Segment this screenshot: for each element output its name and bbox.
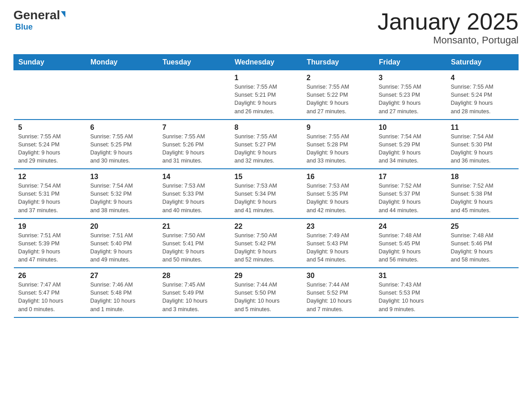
table-row: [14, 70, 86, 120]
day-number: 31: [379, 272, 442, 280]
day-number: 23: [307, 223, 370, 231]
day-info: Sunrise: 7:53 AM Sunset: 5:35 PM Dayligh…: [307, 182, 370, 214]
day-number: 19: [18, 223, 82, 231]
calendar-week-row: 19Sunrise: 7:51 AM Sunset: 5:39 PM Dayli…: [14, 218, 519, 268]
table-row: 12Sunrise: 7:54 AM Sunset: 5:31 PM Dayli…: [14, 169, 86, 218]
table-row: 31Sunrise: 7:43 AM Sunset: 5:53 PM Dayli…: [374, 268, 446, 317]
day-info: Sunrise: 7:46 AM Sunset: 5:48 PM Dayligh…: [90, 281, 154, 313]
day-info: Sunrise: 7:53 AM Sunset: 5:33 PM Dayligh…: [163, 182, 226, 214]
page-header: General Blue January 2025 Monsanto, Port…: [13, 9, 519, 46]
calendar-table: Sunday Monday Tuesday Wednesday Thursday…: [13, 54, 519, 318]
table-row: 18Sunrise: 7:52 AM Sunset: 5:38 PM Dayli…: [446, 169, 519, 218]
table-row: 25Sunrise: 7:48 AM Sunset: 5:46 PM Dayli…: [446, 218, 519, 268]
day-number: 7: [163, 124, 226, 132]
day-info: Sunrise: 7:50 AM Sunset: 5:42 PM Dayligh…: [235, 231, 298, 264]
day-info: Sunrise: 7:52 AM Sunset: 5:38 PM Dayligh…: [451, 182, 514, 214]
table-row: 5Sunrise: 7:55 AM Sunset: 5:24 PM Daylig…: [14, 120, 86, 169]
calendar-header-row: Sunday Monday Tuesday Wednesday Thursday…: [14, 55, 519, 70]
day-number: 22: [235, 223, 298, 231]
day-number: 1: [235, 74, 298, 82]
table-row: 23Sunrise: 7:49 AM Sunset: 5:43 PM Dayli…: [302, 218, 374, 268]
table-row: 17Sunrise: 7:52 AM Sunset: 5:37 PM Dayli…: [374, 169, 446, 218]
day-number: 2: [307, 74, 370, 82]
day-number: 18: [451, 173, 514, 181]
table-row: 10Sunrise: 7:54 AM Sunset: 5:29 PM Dayli…: [374, 120, 446, 169]
logo-name: General: [13, 9, 65, 21]
logo-subtitle: Blue: [15, 22, 33, 32]
table-row: [86, 70, 158, 120]
table-row: 11Sunrise: 7:54 AM Sunset: 5:30 PM Dayli…: [446, 120, 519, 169]
calendar-week-row: 26Sunrise: 7:47 AM Sunset: 5:47 PM Dayli…: [14, 268, 519, 317]
day-info: Sunrise: 7:55 AM Sunset: 5:27 PM Dayligh…: [235, 133, 298, 165]
day-number: 27: [90, 272, 154, 280]
table-row: 7Sunrise: 7:55 AM Sunset: 5:26 PM Daylig…: [158, 120, 230, 169]
day-number: 30: [307, 272, 370, 280]
day-number: 17: [379, 173, 442, 181]
table-row: 29Sunrise: 7:44 AM Sunset: 5:50 PM Dayli…: [230, 268, 302, 317]
calendar-title-area: January 2025 Monsanto, Portugal: [378, 9, 519, 46]
table-row: 14Sunrise: 7:53 AM Sunset: 5:33 PM Dayli…: [158, 169, 230, 218]
day-info: Sunrise: 7:54 AM Sunset: 5:29 PM Dayligh…: [379, 133, 442, 165]
calendar-location: Monsanto, Portugal: [378, 34, 519, 46]
table-row: [446, 268, 519, 317]
day-number: 8: [235, 124, 298, 132]
col-wednesday: Wednesday: [230, 55, 302, 70]
table-row: 27Sunrise: 7:46 AM Sunset: 5:48 PM Dayli…: [86, 268, 158, 317]
day-number: 13: [90, 173, 154, 181]
day-number: 25: [451, 223, 514, 231]
day-info: Sunrise: 7:43 AM Sunset: 5:53 PM Dayligh…: [379, 281, 442, 313]
day-info: Sunrise: 7:52 AM Sunset: 5:37 PM Dayligh…: [379, 182, 442, 214]
day-number: 14: [163, 173, 226, 181]
day-info: Sunrise: 7:44 AM Sunset: 5:52 PM Dayligh…: [307, 281, 370, 313]
calendar-week-row: 1Sunrise: 7:55 AM Sunset: 5:21 PM Daylig…: [14, 70, 519, 120]
day-number: 9: [307, 124, 370, 132]
day-info: Sunrise: 7:54 AM Sunset: 5:32 PM Dayligh…: [90, 182, 154, 214]
table-row: 16Sunrise: 7:53 AM Sunset: 5:35 PM Dayli…: [302, 169, 374, 218]
day-info: Sunrise: 7:53 AM Sunset: 5:34 PM Dayligh…: [235, 182, 298, 214]
day-info: Sunrise: 7:55 AM Sunset: 5:21 PM Dayligh…: [235, 83, 298, 116]
day-info: Sunrise: 7:49 AM Sunset: 5:43 PM Dayligh…: [307, 231, 370, 264]
col-friday: Friday: [374, 55, 446, 70]
table-row: 24Sunrise: 7:48 AM Sunset: 5:45 PM Dayli…: [374, 218, 446, 268]
day-number: 28: [163, 272, 226, 280]
day-info: Sunrise: 7:48 AM Sunset: 5:46 PM Dayligh…: [451, 231, 514, 264]
day-info: Sunrise: 7:51 AM Sunset: 5:40 PM Dayligh…: [90, 231, 154, 264]
table-row: 21Sunrise: 7:50 AM Sunset: 5:41 PM Dayli…: [158, 218, 230, 268]
day-number: 20: [90, 223, 154, 231]
day-info: Sunrise: 7:47 AM Sunset: 5:47 PM Dayligh…: [18, 281, 82, 313]
day-info: Sunrise: 7:55 AM Sunset: 5:26 PM Dayligh…: [163, 133, 226, 165]
col-saturday: Saturday: [446, 55, 519, 70]
table-row: 1Sunrise: 7:55 AM Sunset: 5:21 PM Daylig…: [230, 70, 302, 120]
logo-triangle-icon: [61, 11, 65, 17]
day-info: Sunrise: 7:51 AM Sunset: 5:39 PM Dayligh…: [18, 231, 82, 264]
day-info: Sunrise: 7:54 AM Sunset: 5:31 PM Dayligh…: [18, 182, 82, 214]
col-tuesday: Tuesday: [158, 55, 230, 70]
day-info: Sunrise: 7:48 AM Sunset: 5:45 PM Dayligh…: [379, 231, 442, 264]
table-row: 8Sunrise: 7:55 AM Sunset: 5:27 PM Daylig…: [230, 120, 302, 169]
day-info: Sunrise: 7:54 AM Sunset: 5:30 PM Dayligh…: [451, 133, 514, 165]
table-row: 30Sunrise: 7:44 AM Sunset: 5:52 PM Dayli…: [302, 268, 374, 317]
logo: General Blue: [13, 9, 65, 32]
table-row: [158, 70, 230, 120]
calendar-week-row: 5Sunrise: 7:55 AM Sunset: 5:24 PM Daylig…: [14, 120, 519, 169]
day-number: 12: [18, 173, 82, 181]
table-row: 19Sunrise: 7:51 AM Sunset: 5:39 PM Dayli…: [14, 218, 86, 268]
day-number: 15: [235, 173, 298, 181]
day-info: Sunrise: 7:55 AM Sunset: 5:28 PM Dayligh…: [307, 133, 370, 165]
day-number: 16: [307, 173, 370, 181]
table-row: 4Sunrise: 7:55 AM Sunset: 5:24 PM Daylig…: [446, 70, 519, 120]
table-row: 20Sunrise: 7:51 AM Sunset: 5:40 PM Dayli…: [86, 218, 158, 268]
col-monday: Monday: [86, 55, 158, 70]
table-row: 26Sunrise: 7:47 AM Sunset: 5:47 PM Dayli…: [14, 268, 86, 317]
calendar-week-row: 12Sunrise: 7:54 AM Sunset: 5:31 PM Dayli…: [14, 169, 519, 218]
col-thursday: Thursday: [302, 55, 374, 70]
day-number: 21: [163, 223, 226, 231]
day-info: Sunrise: 7:55 AM Sunset: 5:24 PM Dayligh…: [451, 83, 514, 116]
table-row: 28Sunrise: 7:45 AM Sunset: 5:49 PM Dayli…: [158, 268, 230, 317]
day-number: 4: [451, 74, 514, 82]
day-number: 6: [90, 124, 154, 132]
table-row: 3Sunrise: 7:55 AM Sunset: 5:23 PM Daylig…: [374, 70, 446, 120]
col-sunday: Sunday: [14, 55, 86, 70]
table-row: 15Sunrise: 7:53 AM Sunset: 5:34 PM Dayli…: [230, 169, 302, 218]
day-number: 29: [235, 272, 298, 280]
